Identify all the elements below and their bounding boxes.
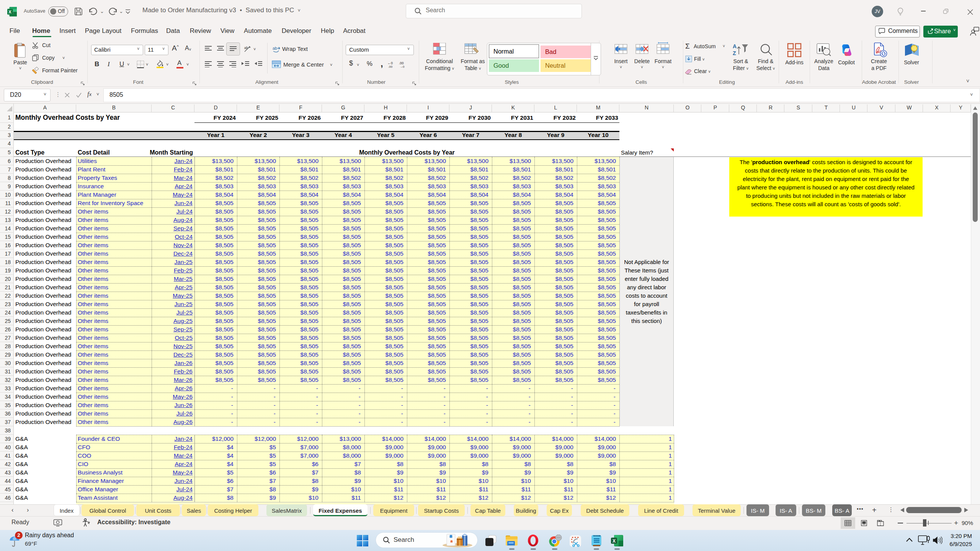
- svg-text:ab: ab: [244, 46, 248, 50]
- svg-text:Z: Z: [733, 50, 736, 56]
- svg-text:→0: →0: [400, 65, 405, 68]
- svg-text:A: A: [733, 43, 737, 49]
- svg-text:.00: .00: [388, 65, 393, 68]
- svg-text:ab: ab: [273, 46, 277, 51]
- svg-text:X: X: [612, 538, 616, 544]
- svg-text:X: X: [8, 10, 11, 14]
- svg-text:←0: ←0: [387, 61, 393, 65]
- svg-text:.00: .00: [399, 61, 404, 65]
